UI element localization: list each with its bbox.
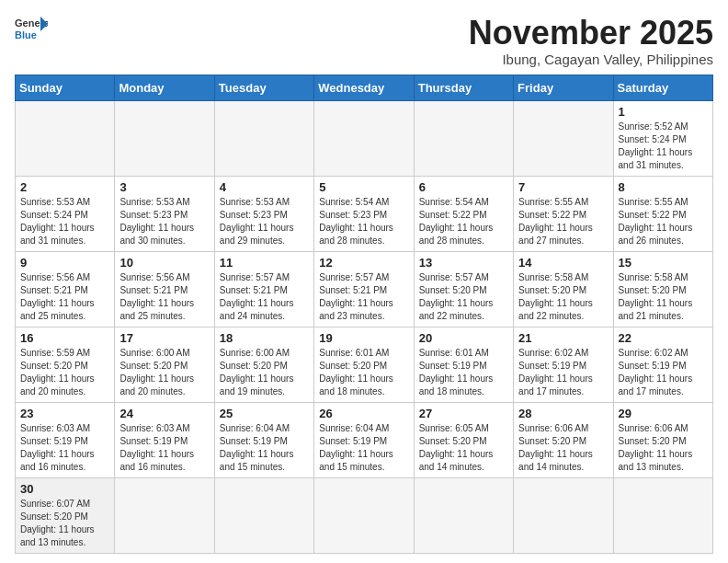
calendar-cell: 3Sunrise: 5:53 AM Sunset: 5:23 PM Daylig… xyxy=(115,176,214,251)
calendar-cell: 7Sunrise: 5:55 AM Sunset: 5:22 PM Daylig… xyxy=(514,176,613,251)
day-number: 20 xyxy=(419,331,508,345)
day-number: 14 xyxy=(518,256,608,270)
day-info: Sunrise: 6:01 AM Sunset: 5:20 PM Dayligh… xyxy=(319,347,408,398)
day-number: 22 xyxy=(619,331,708,345)
calendar-cell: 8Sunrise: 5:55 AM Sunset: 5:22 PM Daylig… xyxy=(613,176,712,251)
day-number: 17 xyxy=(119,331,209,345)
calendar-week-row: 23Sunrise: 6:03 AM Sunset: 5:19 PM Dayli… xyxy=(16,402,713,477)
day-number: 21 xyxy=(518,331,608,345)
calendar-cell xyxy=(115,477,214,553)
calendar-cell: 29Sunrise: 6:06 AM Sunset: 5:20 PM Dayli… xyxy=(613,402,712,477)
calendar-cell: 25Sunrise: 6:04 AM Sunset: 5:19 PM Dayli… xyxy=(214,402,313,477)
calendar-cell: 13Sunrise: 5:57 AM Sunset: 5:20 PM Dayli… xyxy=(414,251,513,327)
day-info: Sunrise: 6:00 AM Sunset: 5:20 PM Dayligh… xyxy=(220,347,309,398)
day-number: 16 xyxy=(20,331,109,345)
svg-text:Blue: Blue xyxy=(15,29,37,40)
day-info: Sunrise: 6:00 AM Sunset: 5:20 PM Dayligh… xyxy=(119,347,209,398)
day-info: Sunrise: 5:52 AM Sunset: 5:24 PM Dayligh… xyxy=(619,121,708,172)
column-header-thursday: Thursday xyxy=(414,75,513,100)
day-number: 7 xyxy=(518,180,608,194)
day-info: Sunrise: 6:04 AM Sunset: 5:19 PM Dayligh… xyxy=(220,422,309,474)
calendar-week-row: 16Sunrise: 5:59 AM Sunset: 5:20 PM Dayli… xyxy=(16,327,713,402)
calendar-cell xyxy=(314,477,414,553)
day-info: Sunrise: 5:58 AM Sunset: 5:20 PM Dayligh… xyxy=(619,271,708,323)
month-title: November 2025 xyxy=(469,15,713,52)
title-section: November 2025 Ibung, Cagayan Valley, Phi… xyxy=(469,15,713,67)
calendar-cell: 22Sunrise: 6:02 AM Sunset: 5:19 PM Dayli… xyxy=(613,327,712,402)
calendar-cell xyxy=(214,100,313,176)
calendar-cell xyxy=(514,100,613,176)
day-info: Sunrise: 5:57 AM Sunset: 5:21 PM Dayligh… xyxy=(220,271,309,323)
calendar-cell: 11Sunrise: 5:57 AM Sunset: 5:21 PM Dayli… xyxy=(214,251,313,327)
calendar-cell: 6Sunrise: 5:54 AM Sunset: 5:22 PM Daylig… xyxy=(414,176,513,251)
day-number: 30 xyxy=(20,482,109,496)
calendar-cell xyxy=(314,100,414,176)
calendar-header-row: SundayMondayTuesdayWednesdayThursdayFrid… xyxy=(16,75,713,100)
day-number: 23 xyxy=(20,407,109,420)
day-info: Sunrise: 5:54 AM Sunset: 5:23 PM Dayligh… xyxy=(319,196,408,247)
calendar-cell: 10Sunrise: 5:56 AM Sunset: 5:21 PM Dayli… xyxy=(115,251,214,327)
day-info: Sunrise: 5:57 AM Sunset: 5:20 PM Dayligh… xyxy=(419,271,508,323)
location: Ibung, Cagayan Valley, Philippines xyxy=(469,52,713,67)
day-number: 1 xyxy=(619,105,708,119)
day-info: Sunrise: 6:05 AM Sunset: 5:20 PM Dayligh… xyxy=(419,422,508,474)
day-number: 5 xyxy=(319,180,408,194)
calendar-week-row: 30Sunrise: 6:07 AM Sunset: 5:20 PM Dayli… xyxy=(16,477,713,553)
calendar-cell: 16Sunrise: 5:59 AM Sunset: 5:20 PM Dayli… xyxy=(16,327,115,402)
column-header-wednesday: Wednesday xyxy=(314,75,414,100)
day-number: 15 xyxy=(619,256,708,270)
calendar-cell: 20Sunrise: 6:01 AM Sunset: 5:19 PM Dayli… xyxy=(414,327,513,402)
day-number: 27 xyxy=(419,407,508,420)
day-info: Sunrise: 6:03 AM Sunset: 5:19 PM Dayligh… xyxy=(20,422,109,474)
day-info: Sunrise: 5:53 AM Sunset: 5:24 PM Dayligh… xyxy=(20,196,109,247)
calendar-cell xyxy=(214,477,313,553)
day-number: 24 xyxy=(119,407,209,420)
calendar-table: SundayMondayTuesdayWednesdayThursdayFrid… xyxy=(15,75,713,554)
day-info: Sunrise: 6:03 AM Sunset: 5:19 PM Dayligh… xyxy=(119,422,209,474)
day-number: 28 xyxy=(518,407,608,420)
day-info: Sunrise: 6:04 AM Sunset: 5:19 PM Dayligh… xyxy=(319,422,408,474)
day-number: 3 xyxy=(119,180,209,194)
calendar-week-row: 9Sunrise: 5:56 AM Sunset: 5:21 PM Daylig… xyxy=(16,251,713,327)
day-info: Sunrise: 6:07 AM Sunset: 5:20 PM Dayligh… xyxy=(20,498,109,549)
column-header-tuesday: Tuesday xyxy=(214,75,313,100)
calendar-cell: 19Sunrise: 6:01 AM Sunset: 5:20 PM Dayli… xyxy=(314,327,414,402)
day-info: Sunrise: 6:06 AM Sunset: 5:20 PM Dayligh… xyxy=(518,422,608,474)
calendar-cell: 15Sunrise: 5:58 AM Sunset: 5:20 PM Dayli… xyxy=(613,251,712,327)
day-info: Sunrise: 5:53 AM Sunset: 5:23 PM Dayligh… xyxy=(119,196,209,247)
day-number: 19 xyxy=(319,331,408,345)
calendar-cell: 9Sunrise: 5:56 AM Sunset: 5:21 PM Daylig… xyxy=(16,251,115,327)
calendar-cell: 21Sunrise: 6:02 AM Sunset: 5:19 PM Dayli… xyxy=(514,327,613,402)
page-header: General Blue November 2025 Ibung, Cagaya… xyxy=(15,15,713,67)
day-number: 6 xyxy=(419,180,508,194)
calendar-cell: 23Sunrise: 6:03 AM Sunset: 5:19 PM Dayli… xyxy=(16,402,115,477)
day-info: Sunrise: 5:55 AM Sunset: 5:22 PM Dayligh… xyxy=(518,196,608,247)
day-info: Sunrise: 5:59 AM Sunset: 5:20 PM Dayligh… xyxy=(20,347,109,398)
day-number: 13 xyxy=(419,256,508,270)
day-info: Sunrise: 6:02 AM Sunset: 5:19 PM Dayligh… xyxy=(518,347,608,398)
day-number: 18 xyxy=(220,331,309,345)
calendar-cell xyxy=(414,100,513,176)
column-header-monday: Monday xyxy=(115,75,214,100)
day-info: Sunrise: 5:55 AM Sunset: 5:22 PM Dayligh… xyxy=(619,196,708,247)
day-info: Sunrise: 5:56 AM Sunset: 5:21 PM Dayligh… xyxy=(20,271,109,323)
day-number: 25 xyxy=(220,407,309,420)
calendar-cell xyxy=(115,100,214,176)
calendar-cell: 14Sunrise: 5:58 AM Sunset: 5:20 PM Dayli… xyxy=(514,251,613,327)
logo: General Blue xyxy=(15,15,48,40)
column-header-sunday: Sunday xyxy=(16,75,115,100)
calendar-cell: 30Sunrise: 6:07 AM Sunset: 5:20 PM Dayli… xyxy=(16,477,115,553)
day-number: 9 xyxy=(20,256,109,270)
calendar-cell: 26Sunrise: 6:04 AM Sunset: 5:19 PM Dayli… xyxy=(314,402,414,477)
calendar-cell xyxy=(613,477,712,553)
day-info: Sunrise: 6:02 AM Sunset: 5:19 PM Dayligh… xyxy=(619,347,708,398)
calendar-cell: 17Sunrise: 6:00 AM Sunset: 5:20 PM Dayli… xyxy=(115,327,214,402)
calendar-cell: 18Sunrise: 6:00 AM Sunset: 5:20 PM Dayli… xyxy=(214,327,313,402)
day-info: Sunrise: 6:06 AM Sunset: 5:20 PM Dayligh… xyxy=(619,422,708,474)
day-number: 2 xyxy=(20,180,109,194)
day-number: 29 xyxy=(619,407,708,420)
calendar-cell xyxy=(414,477,513,553)
day-info: Sunrise: 5:54 AM Sunset: 5:22 PM Dayligh… xyxy=(419,196,508,247)
calendar-cell: 1Sunrise: 5:52 AM Sunset: 5:24 PM Daylig… xyxy=(613,100,712,176)
day-info: Sunrise: 5:57 AM Sunset: 5:21 PM Dayligh… xyxy=(319,271,408,323)
